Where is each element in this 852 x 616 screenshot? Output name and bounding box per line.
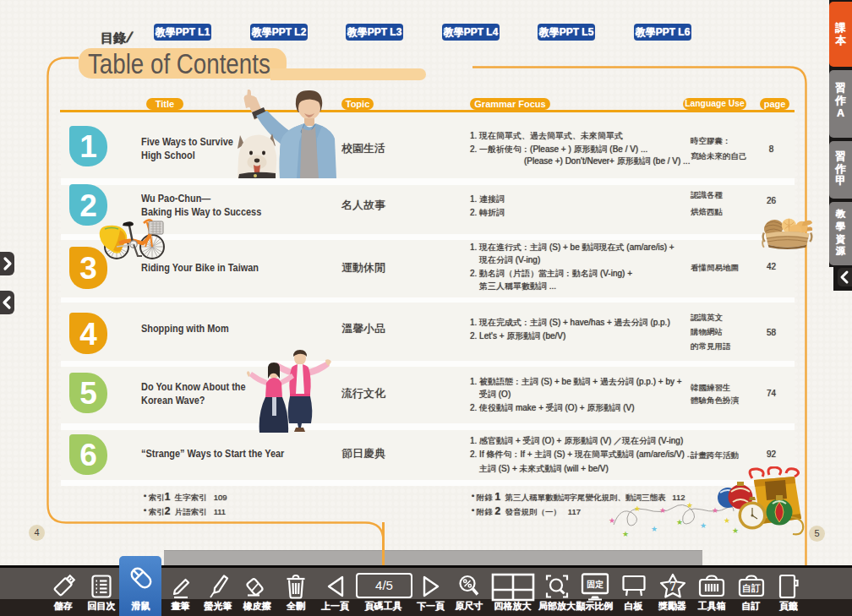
svg-text:★: ★ [609,516,615,525]
svg-text:★: ★ [712,506,718,515]
svg-text:固定: 固定 [587,580,604,589]
svg-text:★: ★ [732,526,739,535]
svg-text:★: ★ [676,518,683,526]
svg-text:★: ★ [700,521,707,530]
svg-text:★: ★ [724,516,730,525]
svg-text:★: ★ [659,506,666,515]
svg-text:★: ★ [651,525,658,533]
svg-text:自訂: 自訂 [742,583,761,593]
svg-text:7: 7 [669,579,676,593]
svg-text:★: ★ [686,501,693,510]
svg-text:★: ★ [622,530,629,538]
svg-text:★: ★ [634,504,641,513]
